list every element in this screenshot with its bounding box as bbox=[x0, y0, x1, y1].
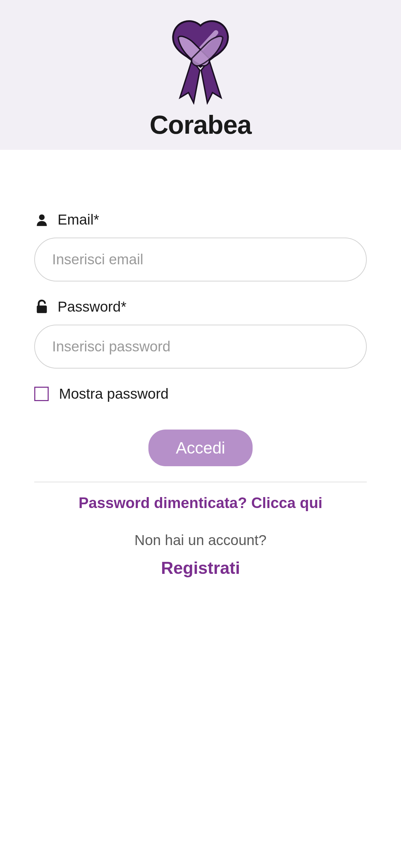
email-label-text: Email* bbox=[58, 212, 99, 228]
password-label: Password* bbox=[34, 299, 367, 315]
password-input[interactable] bbox=[34, 325, 367, 369]
show-password-checkbox[interactable] bbox=[34, 387, 49, 401]
app-title: Corabea bbox=[149, 110, 251, 140]
svg-point-0 bbox=[39, 214, 45, 220]
login-button[interactable]: Accedi bbox=[148, 430, 253, 466]
unlock-icon bbox=[34, 299, 49, 314]
app-logo bbox=[159, 19, 242, 105]
email-field-group: Email* bbox=[34, 212, 367, 281]
svg-rect-1 bbox=[37, 305, 47, 313]
email-input[interactable] bbox=[34, 238, 367, 281]
register-link[interactable]: Registrati bbox=[34, 558, 367, 578]
app-header: Corabea bbox=[0, 0, 401, 150]
show-password-row: Mostra password bbox=[34, 386, 367, 402]
forgot-password-link[interactable]: Password dimenticata? Clicca qui bbox=[34, 494, 367, 511]
password-field-group: Password* bbox=[34, 299, 367, 369]
no-account-text: Non hai un account? bbox=[34, 532, 367, 548]
login-form: Email* Password* Mostra password Accedi … bbox=[0, 150, 401, 578]
email-label: Email* bbox=[34, 212, 367, 228]
show-password-label: Mostra password bbox=[59, 386, 169, 402]
password-label-text: Password* bbox=[58, 299, 126, 315]
divider bbox=[34, 482, 367, 482]
user-icon bbox=[34, 212, 49, 227]
